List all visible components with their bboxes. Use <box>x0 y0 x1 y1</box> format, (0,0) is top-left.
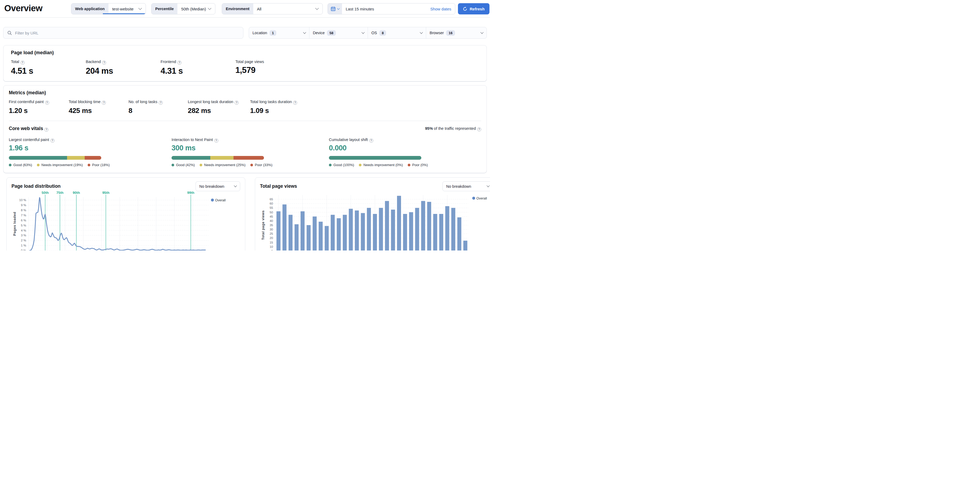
total-page-views-card: Total page views No breakdown 10:30:0010… <box>255 177 490 250</box>
location-count-badge: 1 <box>270 30 276 36</box>
svg-text:40: 40 <box>270 219 273 223</box>
svg-text:0 %: 0 % <box>21 249 26 250</box>
metric-long-tasks-value: 8 <box>129 107 188 115</box>
help-icon[interactable] <box>51 138 54 143</box>
percentile-value: 50th (Median) <box>181 7 206 11</box>
device-filter[interactable]: Device 58 <box>309 27 368 38</box>
metric-total-label: Total <box>11 60 19 64</box>
help-icon[interactable] <box>214 138 218 143</box>
svg-text:5 %: 5 % <box>21 224 26 227</box>
metric-longest-task-value: 282 ms <box>188 107 250 115</box>
location-filter[interactable]: Location 1 <box>249 27 309 38</box>
svg-text:30: 30 <box>270 228 273 231</box>
svg-text:9 %: 9 % <box>21 204 26 207</box>
poor-dot-icon <box>408 164 410 166</box>
metric-fcp: First contentful paint 1.20 s <box>9 100 68 115</box>
vital-cls-label: Cumulative layout shift <box>329 138 368 142</box>
location-filter-label: Location <box>253 31 267 35</box>
url-filter[interactable] <box>3 27 243 39</box>
page-views-breakdown-select[interactable]: No breakdown <box>442 181 490 191</box>
os-filter[interactable]: OS 8 <box>368 27 426 38</box>
vital-inp-label: Interaction to Next Paint <box>172 138 213 142</box>
vital-inp-bar <box>172 156 264 160</box>
svg-text:75th: 75th <box>56 191 64 195</box>
page-load-title: Page load (median) <box>8 50 482 56</box>
metric-fcp-label: First contentful paint <box>9 100 44 104</box>
help-icon[interactable] <box>177 60 181 65</box>
help-icon[interactable] <box>369 138 373 143</box>
metrics-card: Metrics (median) First contentful paint … <box>3 85 487 173</box>
vital-inp-value: 300 ms <box>172 144 329 152</box>
svg-text:20: 20 <box>270 236 273 240</box>
metrics-title: Metrics (median) <box>9 90 481 95</box>
web-application-select[interactable]: Web application test-website <box>71 3 146 14</box>
percentile-select[interactable]: Percentile 50th (Median) <box>151 3 215 14</box>
help-icon[interactable] <box>102 101 106 105</box>
chevron-down-icon <box>361 31 364 33</box>
metric-long-tasks-label: No. of long tasks <box>129 100 158 104</box>
show-dates-link[interactable]: Show dates <box>430 7 451 11</box>
good-dot-icon <box>9 164 11 166</box>
needs-improvement-dot-icon <box>200 164 202 166</box>
help-icon[interactable] <box>21 60 25 65</box>
web-application-value: test-website <box>112 7 134 11</box>
svg-text:2 %: 2 % <box>21 239 26 242</box>
top-bar: Overview Web application test-website Pe… <box>0 0 490 17</box>
metric-total-page-views: Total page views 1,579 <box>235 60 482 76</box>
help-icon[interactable] <box>293 101 297 105</box>
chevron-down-icon <box>234 184 237 187</box>
chevron-down-icon <box>337 7 340 10</box>
metric-fcp-value: 1.20 s <box>9 107 68 115</box>
os-count-badge: 8 <box>379 30 386 36</box>
chevron-down-icon <box>315 6 319 10</box>
percentile-label: Percentile <box>151 3 177 14</box>
svg-text:45: 45 <box>270 215 273 218</box>
section-divider <box>9 121 481 121</box>
url-filter-input[interactable] <box>15 31 239 35</box>
help-icon[interactable] <box>159 101 163 105</box>
metric-total-task-duration-value: 1.09 s <box>250 107 481 115</box>
header-controls: Web application test-website Percentile … <box>71 3 490 14</box>
calendar-segment[interactable] <box>328 3 342 14</box>
svg-text:3 %: 3 % <box>21 234 26 237</box>
browser-filter[interactable]: Browser 16 <box>426 27 487 38</box>
time-range-value: Last 15 minutes <box>346 7 374 11</box>
svg-text:Overall: Overall <box>215 199 226 202</box>
help-icon[interactable] <box>45 128 48 132</box>
help-icon[interactable] <box>235 101 239 105</box>
time-range-picker[interactable]: Last 15 minutes Show dates <box>328 3 455 14</box>
page-title: Overview <box>4 3 43 13</box>
total-page-views-chart[interactable]: 10:30:0010:32:0010:34:0010:36:0010:38:00… <box>260 191 490 250</box>
svg-text:5: 5 <box>272 250 273 250</box>
traffic-represented-note: 95% of the traffic represented <box>425 126 481 131</box>
chevron-down-icon <box>487 184 490 187</box>
page-load-distribution-chart[interactable]: 0510152025303540450 %1 %2 %3 %4 %5 %6 %7… <box>11 191 240 250</box>
metric-total: Total 4.51 s <box>11 60 86 76</box>
good-dot-icon <box>172 164 174 166</box>
svg-text:55: 55 <box>270 206 273 209</box>
metric-backend-value: 204 ms <box>86 66 161 76</box>
vital-cls-value: 0.000 <box>329 144 481 152</box>
help-icon[interactable] <box>102 60 106 65</box>
poor-dot-icon <box>250 164 253 166</box>
chevron-down-icon <box>208 6 212 10</box>
metric-frontend-value: 4.31 s <box>161 66 235 76</box>
distribution-breakdown-select[interactable]: No breakdown <box>196 181 240 191</box>
svg-text:Total page views: Total page views <box>261 210 265 240</box>
page-views-title: Total page views <box>260 183 297 189</box>
vital-lcp-bar <box>9 156 101 160</box>
environment-select[interactable]: Environment All <box>222 3 323 14</box>
help-icon[interactable] <box>477 127 481 131</box>
metric-total-value: 4.51 s <box>11 66 86 76</box>
help-icon[interactable] <box>45 101 49 105</box>
chevron-down-icon <box>303 31 306 33</box>
refresh-button[interactable]: Refresh <box>458 3 490 14</box>
active-underline <box>103 13 146 14</box>
needs-improvement-dot-icon <box>359 164 361 166</box>
metric-tbt-value: 425 ms <box>68 107 129 115</box>
svg-text:7 %: 7 % <box>21 214 26 217</box>
metric-frontend-label: Frontend <box>161 60 176 64</box>
svg-text:25: 25 <box>270 232 273 235</box>
good-dot-icon <box>329 164 332 166</box>
svg-text:90th: 90th <box>73 191 80 195</box>
